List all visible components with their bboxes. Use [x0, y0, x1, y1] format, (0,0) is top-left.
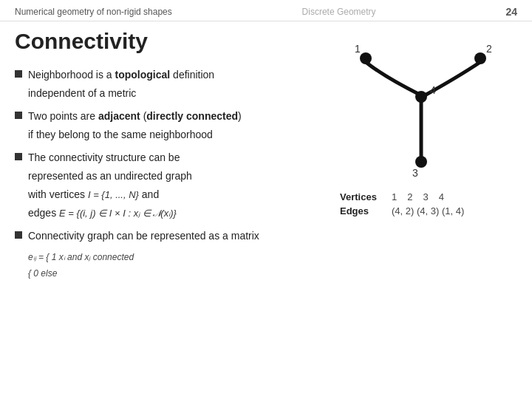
- course-title: Numerical geometry of non-rigid shapes: [15, 7, 172, 17]
- slide-number: 24: [505, 6, 517, 18]
- node-1: [360, 52, 372, 64]
- slide: Numerical geometry of non-rigid shapes D…: [0, 0, 532, 399]
- bullet-text-1: Neighborhood is a topological definition: [28, 67, 214, 83]
- node-2: [474, 52, 486, 64]
- bullet-icon-4: [15, 231, 22, 239]
- node-3: [415, 156, 427, 168]
- vertices-label: Vertices: [340, 191, 392, 202]
- vertices-row: Vertices 1 2 3 4: [340, 191, 502, 202]
- graph-container: 1 2 3 4: [340, 36, 502, 184]
- node-label-1: 1: [355, 43, 361, 55]
- formula-edges: E = {(i, j) ∈ I × I : xⱼ ∈ 𝒩(xᵢ)}: [59, 208, 177, 219]
- vertex-4: 4: [439, 191, 444, 202]
- bullet-text-2: Two points are adjacent (directly connec…: [28, 109, 242, 124]
- bullet-connectivity: The connectivity structure can be repres…: [15, 150, 318, 221]
- bullet-text-3: The connectivity structure can be: [28, 150, 180, 166]
- sub-line-1: independent of a metric: [15, 86, 318, 101]
- formula-vertices: I = {1, ..., N}: [88, 189, 139, 200]
- vertices-table: Vertices 1 2 3 4 Edges (4, 2) (4, 3) (1,…: [340, 191, 502, 219]
- edges-label: Edges: [340, 205, 392, 216]
- right-panel: 1 2 3 4 Vertices 1 2 3 4: [325, 29, 517, 386]
- section-title: Discrete Geometry: [302, 7, 376, 17]
- edge-1-4: [366, 62, 421, 95]
- vertex-1: 1: [392, 191, 397, 202]
- node-label-3: 3: [412, 167, 418, 179]
- vertex-3: 3: [423, 191, 428, 202]
- bullet-text-4: Connectivity graph can be represented as…: [28, 228, 259, 244]
- graph-svg: 1 2 3 4: [340, 36, 502, 184]
- sub-line-3b: with vertices I = {1, ..., N} and: [15, 187, 318, 202]
- bullet-neighborhood: Neighborhood is a topological definition…: [15, 67, 318, 101]
- bullet-line-1: Neighborhood is a topological definition: [15, 67, 318, 83]
- sub-line-3c: edges E = {(i, j) ∈ I × I : xⱼ ∈ 𝒩(xᵢ)}: [15, 205, 318, 221]
- edges-values: (4, 2) (4, 3) (1, 4): [392, 205, 464, 216]
- bullet-adjacent: Two points are adjacent (directly connec…: [15, 109, 318, 143]
- matrix-formula-line1: eᵢⱼ = { 1 xᵢ and xⱼ connected: [28, 250, 318, 266]
- sub-line-2: if they belong to the same neighborhood: [15, 127, 318, 143]
- bullet-matrix: Connectivity graph can be represented as…: [15, 228, 318, 282]
- edges-row: Edges (4, 2) (4, 3) (1, 4): [340, 205, 502, 216]
- page-title: Connectivity: [15, 29, 318, 54]
- bullet-line-4: Connectivity graph can be represented as…: [15, 228, 318, 244]
- bullet-line-2: Two points are adjacent (directly connec…: [15, 109, 318, 124]
- bullet-icon-1: [15, 70, 22, 78]
- left-panel: Connectivity Neighborhood is a topologic…: [15, 29, 325, 386]
- main-content: Connectivity Neighborhood is a topologic…: [0, 21, 532, 394]
- vertices-values: 1 2 3 4: [392, 191, 444, 202]
- node-label-4: 4: [430, 84, 436, 96]
- bullet-icon-2: [15, 112, 22, 119]
- node-4: [415, 91, 427, 103]
- sub-line-3a: represented as an undirected graph: [15, 168, 318, 184]
- matrix-formula-line2: { 0 else: [28, 266, 318, 282]
- top-bar: Numerical geometry of non-rigid shapes D…: [0, 0, 532, 21]
- matrix-formula: eᵢⱼ = { 1 xᵢ and xⱼ connected { 0 else: [28, 250, 318, 282]
- bullet-line-3: The connectivity structure can be: [15, 150, 318, 166]
- node-label-2: 2: [486, 43, 492, 55]
- vertex-2: 2: [407, 191, 412, 202]
- bullet-icon-3: [15, 153, 22, 160]
